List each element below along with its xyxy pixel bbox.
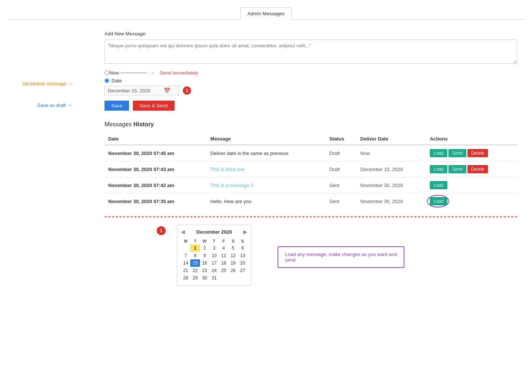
cal-day-cell[interactable]: 13 bbox=[238, 252, 247, 259]
draft-annotation: Save as draft ← bbox=[37, 102, 73, 108]
arrow-send-icon: → bbox=[150, 70, 154, 76]
cal-day-cell[interactable]: 22 bbox=[190, 267, 200, 274]
cal-day-W: W bbox=[200, 238, 209, 244]
save-button[interactable]: Save bbox=[104, 101, 129, 111]
cal-day-cell[interactable]: 9 bbox=[200, 252, 209, 259]
cal-day-cell bbox=[238, 274, 247, 282]
date-radio-row: Date bbox=[104, 78, 517, 83]
col-status: Status bbox=[326, 133, 357, 145]
cal-day-cell[interactable]: 28 bbox=[181, 274, 190, 282]
cal-day-cell[interactable]: 23 bbox=[200, 267, 209, 274]
save-send-button[interactable]: Save & Send bbox=[133, 101, 175, 111]
cal-day-cell[interactable]: 18 bbox=[219, 259, 228, 267]
cell-actions: LoadSendDelete bbox=[426, 145, 517, 161]
cal-day-cell[interactable]: 1 bbox=[190, 244, 200, 252]
cal-day-cell[interactable]: 30 bbox=[200, 274, 209, 282]
arrow-right-icon: ← bbox=[69, 80, 74, 86]
schedule-section: Sechedule message ← Now → Send immediate… bbox=[104, 70, 517, 111]
cell-deliver-date: Now bbox=[357, 145, 426, 161]
cal-day-cell[interactable]: 10 bbox=[209, 252, 219, 259]
load-message-box: Load any message, make changes as you wa… bbox=[278, 246, 404, 268]
cal-day-cell[interactable]: 12 bbox=[228, 252, 238, 259]
arrow-left-icon: ← bbox=[68, 102, 73, 108]
cal-week-row: 28293031 bbox=[181, 274, 247, 282]
cell-deliver-date: November 30, 2020 bbox=[357, 177, 426, 193]
cal-day-cell[interactable]: 6 bbox=[238, 244, 247, 252]
cal-day-cell[interactable]: 21 bbox=[181, 267, 190, 274]
date-input-wrapper: 📅 bbox=[104, 86, 179, 95]
table-header-row: Date Message Status Deliver Date Actions bbox=[104, 133, 517, 145]
tab-admin-messages[interactable]: Admin Messages bbox=[240, 7, 292, 20]
cal-day-cell[interactable]: 3 bbox=[209, 244, 219, 252]
cell-status: Sent bbox=[326, 177, 357, 193]
cal-day-cell[interactable]: 17 bbox=[209, 259, 219, 267]
cal-day-cell[interactable]: 29 bbox=[190, 274, 200, 282]
delete-button[interactable]: Delete bbox=[467, 149, 488, 157]
cal-day-cell[interactable]: 15 bbox=[190, 259, 200, 267]
table-row: November 30, 2020 07:35 amHello, How are… bbox=[104, 193, 517, 209]
btn-row: Save as draft ← Save Save & Send bbox=[104, 101, 517, 111]
load-highlighted-wrapper: Load bbox=[430, 197, 513, 205]
send-immediately-label: Send immediately bbox=[160, 70, 198, 76]
cal-day-cell[interactable]: 27 bbox=[238, 267, 247, 274]
calendar-badge[interactable]: 1 bbox=[183, 86, 191, 95]
cal-day-cell[interactable]: 24 bbox=[209, 267, 219, 274]
cal-day-cell[interactable]: 14 bbox=[181, 259, 190, 267]
cal-day-M: M bbox=[181, 238, 190, 244]
cal-day-cell[interactable]: 11 bbox=[219, 252, 228, 259]
cell-date: November 30, 2020 07:45 am bbox=[104, 145, 207, 161]
col-date: Date bbox=[104, 133, 207, 145]
delete-button[interactable]: Delete bbox=[467, 165, 488, 173]
cal-day-cell[interactable]: 26 bbox=[228, 267, 238, 274]
load-message-text: Load any message, make changes as you wa… bbox=[285, 252, 397, 263]
cell-status: Draft bbox=[326, 161, 357, 177]
table-row: November 30, 2020 07:45 amDeliver date i… bbox=[104, 145, 517, 161]
cal-month-year: December 2020 bbox=[196, 229, 232, 235]
radio-date[interactable] bbox=[104, 78, 109, 83]
load-button[interactable]: Load bbox=[430, 181, 447, 189]
cal-next-button[interactable]: ▶ bbox=[243, 229, 247, 235]
cell-deliver-date: December 10, 2020 bbox=[357, 161, 426, 177]
history-title-bold2: History bbox=[133, 121, 154, 127]
cell-actions: Load bbox=[426, 177, 517, 193]
cell-actions: Load bbox=[426, 193, 517, 209]
cal-week-row: 21222324252627 bbox=[181, 267, 247, 274]
cal-day-cell[interactable]: 4 bbox=[219, 244, 228, 252]
cal-day-cell[interactable]: 20 bbox=[238, 259, 247, 267]
message-textarea[interactable] bbox=[104, 39, 517, 64]
cal-day-cell[interactable]: 19 bbox=[228, 259, 238, 267]
cal-day-cell[interactable]: 31 bbox=[209, 274, 219, 282]
cal-day-S2: S bbox=[238, 238, 247, 244]
calendar-icon: 📅 bbox=[164, 88, 170, 94]
calendar-widget: ◀ December 2020 ▶ M T W T F S S bbox=[177, 225, 251, 286]
page-wrapper: Admin Messages Add New Message: Sechedul… bbox=[0, 0, 532, 293]
dashed-separator bbox=[104, 216, 517, 217]
radio-now[interactable] bbox=[104, 70, 109, 75]
add-message-label: Add New Message: bbox=[104, 31, 517, 37]
radio-now-label: Now bbox=[109, 70, 119, 76]
load-button[interactable]: Load bbox=[430, 149, 447, 157]
cal-day-cell[interactable]: 25 bbox=[219, 267, 228, 274]
cal-day-cell[interactable]: 16 bbox=[200, 259, 209, 267]
table-row: November 30, 2020 07:42 amThis is a mess… bbox=[104, 177, 517, 193]
date-input[interactable] bbox=[108, 88, 164, 94]
load-button[interactable]: Load bbox=[430, 165, 447, 173]
table-row: November 30, 2020 07:43 amThis is third … bbox=[104, 161, 517, 177]
cell-date: November 30, 2020 07:43 am bbox=[104, 161, 207, 177]
cell-status: Sent bbox=[326, 193, 357, 209]
cell-message: This is third one bbox=[207, 161, 326, 177]
calendar-section-badge[interactable]: 1 bbox=[157, 226, 166, 235]
load-button-highlighted[interactable]: Load bbox=[430, 197, 447, 205]
radio-date-label: Date bbox=[112, 78, 122, 83]
schedule-annotation: Sechedule message ← bbox=[22, 80, 74, 86]
send-action-button[interactable]: Send bbox=[448, 149, 466, 157]
cal-day-cell[interactable]: 5 bbox=[228, 244, 238, 252]
cal-prev-button[interactable]: ◀ bbox=[181, 229, 185, 235]
cal-day-F: F bbox=[219, 238, 228, 244]
cal-day-cell[interactable]: 8 bbox=[190, 252, 200, 259]
send-action-button[interactable]: Send bbox=[448, 165, 466, 173]
history-title: Messages History bbox=[104, 121, 517, 128]
cal-day-cell[interactable]: 7 bbox=[181, 252, 190, 259]
cell-message: Hello, How are you bbox=[207, 193, 326, 209]
cal-day-cell[interactable]: 2 bbox=[200, 244, 209, 252]
